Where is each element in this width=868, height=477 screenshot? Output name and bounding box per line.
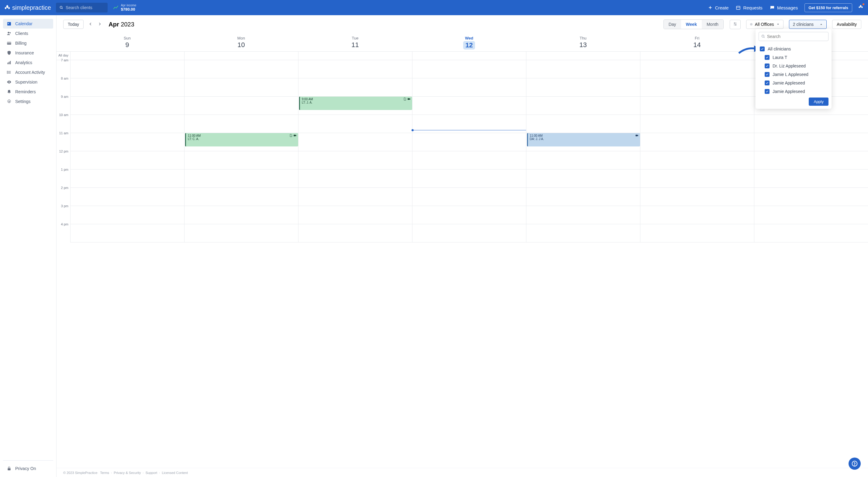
footer-link[interactable]: Support — [146, 471, 157, 475]
next-week-button[interactable] — [96, 20, 104, 29]
clinician-dropdown: All clinicians Laura TDr. Liz AppleseedJ… — [755, 29, 832, 109]
top-header: simplepractice Apr income $780.00 Create… — [0, 0, 868, 15]
clinician-checkbox-row[interactable]: Dr. Liz Appleseed — [758, 62, 829, 70]
time-label: 4 pm — [57, 222, 70, 241]
svg-rect-34 — [636, 135, 637, 136]
messages-button[interactable]: Messages — [770, 5, 798, 10]
day-column[interactable]: 11:00 AMDA: J. J A. — [526, 60, 640, 243]
clinician-search-input[interactable] — [767, 34, 826, 39]
nav-reminders[interactable]: Reminders — [3, 87, 53, 97]
availability-button[interactable]: Availability — [832, 20, 861, 29]
svg-marker-35 — [637, 135, 638, 136]
svg-rect-11 — [7, 42, 11, 43]
svg-point-26 — [734, 23, 735, 23]
brand-logo[interactable]: simplepractice — [4, 4, 51, 11]
eye-icon — [7, 80, 11, 85]
day-header[interactable]: Mon10 — [184, 33, 298, 51]
view-week[interactable]: Week — [681, 20, 702, 29]
time-label: 9 am — [57, 95, 70, 113]
time-label: 8 am — [57, 76, 70, 95]
day-header[interactable]: Wed12 — [412, 33, 526, 51]
search-icon — [761, 34, 765, 39]
checkbox-icon — [765, 72, 770, 77]
sliders-icon — [733, 22, 737, 26]
search-input[interactable] — [66, 5, 104, 10]
svg-point-40 — [855, 465, 855, 466]
day-header[interactable]: Thu13 — [526, 33, 640, 51]
chevron-up-icon — [820, 23, 823, 26]
video-icon — [407, 98, 411, 101]
search-clients[interactable] — [56, 3, 107, 12]
office-dot-icon — [750, 23, 752, 26]
calendar-event[interactable]: 9:00 AMLT: J. A. — [299, 97, 412, 110]
calendar-grid[interactable]: 7 am8 am9 am10 am11 am12 pm1 pm2 pm3 pm4… — [57, 60, 868, 243]
message-icon — [770, 5, 775, 10]
day-header[interactable]: Fri14 — [640, 33, 754, 51]
nav-calendar[interactable]: Calendar — [3, 19, 53, 29]
day-header[interactable]: Sun9 — [70, 33, 184, 51]
footer-link[interactable]: Terms — [100, 471, 109, 475]
footer-link[interactable]: Licensed Content — [162, 471, 188, 475]
day-header[interactable]: Tue11 — [298, 33, 412, 51]
income-widget[interactable]: Apr income $780.00 — [113, 4, 136, 11]
today-button[interactable]: Today — [63, 20, 84, 29]
svg-point-9 — [9, 32, 11, 33]
day-column[interactable] — [640, 60, 754, 243]
clinician-checkbox-row[interactable]: Laura T — [758, 53, 829, 62]
clinician-filter[interactable]: 2 clinicians — [789, 20, 827, 29]
list-icon — [7, 70, 11, 75]
nav-clients[interactable]: Clients — [3, 29, 53, 38]
filter-settings-button[interactable] — [730, 20, 741, 29]
svg-rect-4 — [736, 6, 740, 9]
footer-link[interactable]: Privacy & Security — [114, 471, 141, 475]
privacy-toggle[interactable]: Privacy On — [3, 464, 53, 473]
svg-point-18 — [7, 71, 7, 71]
referral-button[interactable]: Get $150 for referrals — [804, 3, 852, 12]
svg-point-0 — [60, 6, 62, 8]
nav-supervision[interactable]: Supervision — [3, 77, 53, 87]
check-all-clinicians[interactable]: All clinicians — [758, 45, 829, 53]
day-column[interactable]: 11:00 AMLT: C. A. — [184, 60, 298, 243]
svg-marker-33 — [409, 98, 410, 100]
nav-account-activity[interactable]: Account Activity — [3, 67, 53, 77]
calendar-event[interactable]: 11:00 AMLT: C. A. — [185, 133, 298, 147]
time-label: 7 am — [57, 58, 70, 76]
help-button[interactable] — [848, 457, 861, 470]
svg-point-22 — [8, 101, 10, 102]
lock-icon — [7, 466, 11, 471]
clinician-checkbox-row[interactable]: Jamie Appleseed — [758, 79, 829, 87]
card-icon — [7, 41, 11, 45]
calendar-nav-icon — [7, 21, 11, 26]
clinician-checkbox-row[interactable]: Jamie Appleseed — [758, 87, 829, 96]
view-month[interactable]: Month — [702, 20, 723, 29]
month-label: Apr 2023 — [108, 21, 134, 28]
svg-marker-29 — [820, 24, 822, 25]
chevron-right-icon — [98, 22, 102, 26]
clinician-checkbox-row[interactable]: Jamie L Appleseed — [758, 70, 829, 79]
day-column[interactable] — [412, 60, 526, 243]
time-label: 12 pm — [57, 150, 70, 168]
notifications-icon[interactable] — [858, 4, 864, 11]
office-filter[interactable]: All Offices — [746, 20, 783, 29]
view-day[interactable]: Day — [664, 20, 681, 29]
current-time-indicator — [412, 130, 526, 130]
nav-billing[interactable]: Billing — [3, 38, 53, 48]
clinician-search[interactable] — [758, 32, 829, 41]
nav-settings[interactable]: Settings — [3, 97, 53, 106]
doc-icon — [403, 98, 406, 101]
nav-insurance[interactable]: Insurance — [3, 48, 53, 58]
day-column[interactable] — [70, 60, 184, 243]
prev-week-button[interactable] — [87, 20, 95, 29]
create-button[interactable]: Create — [708, 5, 728, 10]
nav-analytics[interactable]: Analytics — [3, 58, 53, 67]
apply-button[interactable]: Apply — [809, 98, 829, 106]
checkbox-icon — [765, 81, 770, 85]
calendar-event[interactable]: 11:00 AMDA: J. J A. — [527, 133, 640, 147]
requests-button[interactable]: Requests — [736, 5, 762, 10]
chevron-left-icon — [88, 22, 93, 26]
calendar-content: Today Apr 2023 Day Week Month All Office… — [56, 15, 868, 477]
svg-point-19 — [7, 72, 7, 72]
svg-rect-32 — [408, 98, 409, 100]
day-column[interactable]: 9:00 AMLT: J. A. — [298, 60, 412, 243]
time-label: 11 am — [57, 131, 70, 150]
